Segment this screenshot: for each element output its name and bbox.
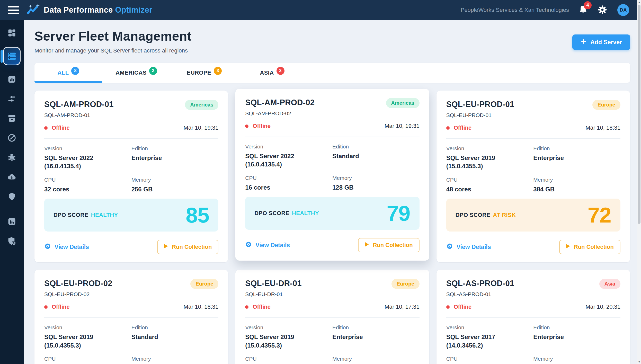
server-card: SQL-AS-PROD-01 SQL-AS-PROD-01 Asia Offli… <box>437 270 630 364</box>
settings-button[interactable] <box>597 5 608 16</box>
dpo-score-status: HEALTHY <box>292 210 319 217</box>
play-icon <box>566 244 570 250</box>
scroll-up-arrow[interactable]: ▲ <box>637 0 641 4</box>
version-value: SQL Server 2019 (15.0.4355.3) <box>245 333 312 350</box>
version-value: SQL Server 2017 (14.0.3456.2) <box>446 333 513 350</box>
sidebar-nav <box>0 20 24 364</box>
server-name: SQL-AS-PROD-01 <box>446 279 514 288</box>
run-collection-button[interactable]: Run Collection <box>157 240 218 254</box>
shield-icon <box>7 192 16 201</box>
memory-label: Memory <box>533 356 620 362</box>
server-hostname: SQL-EU-PROD-01 <box>446 112 514 118</box>
scroll-thumb[interactable] <box>638 5 640 224</box>
view-details-button[interactable]: View Details <box>44 243 89 251</box>
merge-arrows-icon <box>7 94 16 103</box>
last-seen-timestamp: Mar 10, 19:31 <box>385 123 420 129</box>
active-accent-bar <box>1 50 3 63</box>
server-hostname: SQL-AM-PROD-02 <box>245 110 315 117</box>
active-tab-underline <box>34 81 102 83</box>
sidebar-item-backups[interactable] <box>5 171 19 183</box>
memory-label: Memory <box>332 356 420 362</box>
server-hostname: SQL-EU-PROD-02 <box>44 291 112 297</box>
notifications-button[interactable]: 4 <box>579 5 587 15</box>
edition-label: Edition <box>332 324 420 331</box>
cpu-value: 32 cores <box>44 185 111 193</box>
server-card-grid: SQL-AM-PROD-01 SQL-AM-PROD-01 Americas O… <box>34 91 630 364</box>
edition-label: Edition <box>332 144 420 150</box>
app-brand: Data Performance Optimizer <box>26 3 152 17</box>
add-server-button[interactable]: Add Server <box>572 34 630 50</box>
main-content: Server Fleet Management Monitor and mana… <box>24 20 637 364</box>
last-seen-timestamp: Mar 10, 20:31 <box>585 304 620 310</box>
status-label: Offline <box>52 304 70 310</box>
status-label: Offline <box>253 123 271 129</box>
cpu-value: 16 cores <box>245 183 312 192</box>
user-avatar[interactable]: DA <box>617 4 629 16</box>
sidebar-item-diagnostics[interactable] <box>5 152 19 163</box>
tab-americas[interactable]: AMERICAS 2 <box>102 63 170 83</box>
version-value: SQL Server 2022 (16.0.4135.4) <box>245 152 312 169</box>
tab-all[interactable]: ALL 8 <box>34 63 102 83</box>
version-label: Version <box>245 324 332 331</box>
tab-count-badge: 3 <box>277 67 284 75</box>
region-tabs: ALL 8 AMERICAS 2 EUROPE 3 ASIA 3 <box>34 63 630 83</box>
page-title: Server Fleet Management <box>34 29 191 44</box>
status-dot <box>44 126 48 130</box>
edition-label: Edition <box>131 324 219 331</box>
plus-icon <box>581 38 587 46</box>
sidebar-item-analytics[interactable] <box>5 74 19 85</box>
run-collection-button[interactable]: Run Collection <box>358 238 419 252</box>
cpu-label: CPU <box>245 356 332 362</box>
tab-europe[interactable]: EUROPE 3 <box>170 63 238 83</box>
dpo-score-value: 79 <box>387 201 410 226</box>
view-details-button[interactable]: View Details <box>245 241 290 249</box>
status-dot <box>44 305 48 309</box>
status-dot <box>446 305 450 309</box>
hamburger-menu-button[interactable] <box>8 6 19 14</box>
run-collection-button[interactable]: Run Collection <box>559 240 620 254</box>
sidebar-item-servers[interactable] <box>3 47 21 65</box>
tab-count-badge: 8 <box>71 67 79 75</box>
last-seen-timestamp: Mar 10, 18:31 <box>585 125 620 131</box>
sidebar-item-security[interactable] <box>5 191 19 202</box>
page-subtitle: Monitor and manage your SQL Server fleet… <box>34 47 191 54</box>
sidebar-item-access[interactable] <box>5 235 19 247</box>
region-badge: Europe <box>190 279 218 289</box>
server-hostname: SQL-AS-PROD-01 <box>446 291 514 297</box>
view-details-button[interactable]: View Details <box>446 243 491 251</box>
dpo-score-label: DPO SCORE <box>456 212 491 218</box>
server-card: SQL-AM-PROD-02 SQL-AM-PROD-02 Americas O… <box>235 89 429 261</box>
cpu-value: 48 cores <box>446 185 513 193</box>
cpu-label: CPU <box>44 177 131 183</box>
region-badge: Americas <box>386 98 420 108</box>
notification-badge: 4 <box>584 1 592 9</box>
dpo-score-value: 85 <box>186 203 209 228</box>
bug-icon <box>7 153 16 162</box>
edition-label: Edition <box>131 145 219 152</box>
last-seen-timestamp: Mar 10, 19:31 <box>184 125 219 131</box>
version-value: SQL Server 2019 (15.0.4355.3) <box>446 154 513 171</box>
last-seen-timestamp: Mar 10, 18:31 <box>184 304 219 310</box>
app-logo-icon <box>26 3 40 17</box>
server-name: SQL-EU-PROD-02 <box>44 279 112 288</box>
page-scrollbar[interactable]: ▲ ▼ <box>637 0 641 364</box>
sidebar-item-compare[interactable] <box>5 93 19 104</box>
status-label: Offline <box>454 125 472 131</box>
region-badge: Asia <box>599 279 620 289</box>
memory-label: Memory <box>332 175 420 181</box>
scroll-down-arrow[interactable]: ▼ <box>637 360 641 364</box>
sidebar-item-dashboard[interactable] <box>5 27 19 39</box>
sidebar-item-reports[interactable] <box>5 216 19 227</box>
memory-value: 128 GB <box>332 183 399 192</box>
tab-asia[interactable]: ASIA 3 <box>238 63 306 83</box>
dpo-score-label: DPO SCORE <box>54 212 88 218</box>
server-name: SQL-AM-PROD-02 <box>245 98 315 107</box>
cpu-label: CPU <box>446 356 533 362</box>
gear-icon <box>597 5 608 16</box>
server-card: SQL-EU-PROD-02 SQL-EU-PROD-02 Europe Off… <box>34 270 228 364</box>
server-hostname: SQL-EU-DR-01 <box>245 291 301 297</box>
sidebar-item-storage[interactable] <box>5 113 19 124</box>
version-value: SQL Server 2022 (16.0.4135.4) <box>44 154 111 171</box>
memory-label: Memory <box>131 177 219 183</box>
sidebar-item-performance[interactable] <box>5 132 19 144</box>
